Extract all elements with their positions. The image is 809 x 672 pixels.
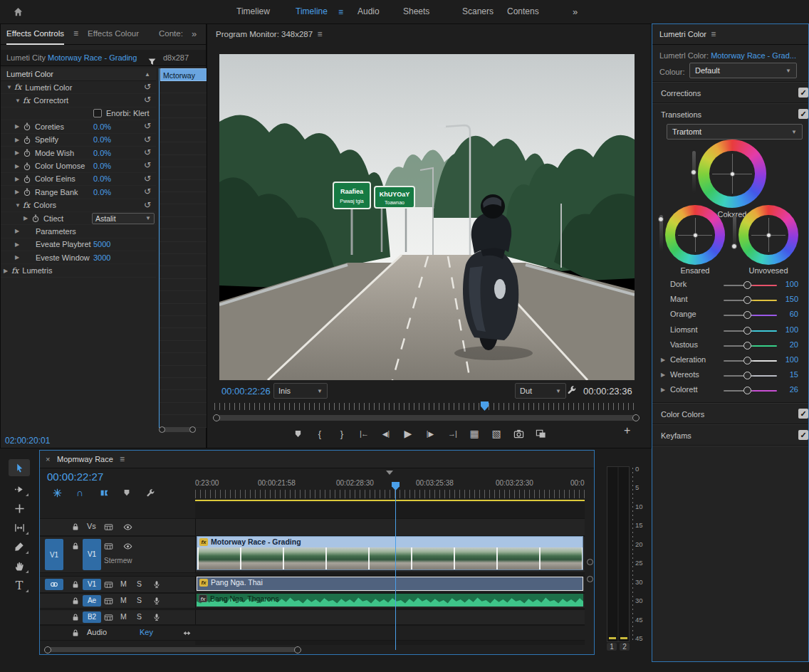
twirl-closed-icon[interactable]: ▶ [15, 189, 23, 195]
color-wheel-highlights[interactable] [738, 205, 798, 265]
lock-icon[interactable] [71, 522, 80, 531]
timeline-ruler[interactable] [195, 490, 585, 498]
work-area-bar[interactable] [195, 500, 585, 501]
effect-row-coreties[interactable]: ▶ Coreties 0.0% ↺ [1, 120, 156, 133]
solo-button[interactable]: S [137, 596, 142, 604]
param-value[interactable]: 0.0% [93, 135, 111, 144]
workspace-tab-scaners[interactable]: Scaners [462, 0, 494, 23]
stopwatch-icon[interactable] [23, 174, 31, 184]
transition-type-dropdown[interactable]: Trartomt▼ [667, 124, 803, 140]
workspace-tab-timeliew[interactable]: Timeliew [236, 0, 270, 23]
timeline-zoom-scrollbar[interactable] [46, 647, 300, 652]
tab-conte[interactable]: Conte: [159, 24, 183, 43]
eye-icon[interactable] [123, 522, 132, 532]
video-clip[interactable]: fxMotorway Race - Grading [197, 536, 583, 570]
monitor-zoom-scrollbar[interactable] [214, 415, 638, 421]
workspace-tab-audio[interactable]: Audio [357, 0, 380, 23]
color-wheel-shadows[interactable] [665, 205, 725, 265]
workspace-overflow-chevrons[interactable]: » [573, 0, 578, 23]
astalit-dropdown[interactable]: Astalit▼ [92, 213, 155, 224]
mute-button[interactable]: M [120, 596, 127, 604]
effect-row-colors[interactable]: ▼fx Colors ↺ [1, 199, 156, 212]
workspace-tab-sheets[interactable]: Sheets [403, 0, 429, 23]
mute-button[interactable]: M [120, 612, 127, 621]
solo-button[interactable]: S [137, 612, 142, 621]
lock-icon[interactable] [71, 612, 80, 621]
stopwatch-icon[interactable] [23, 122, 31, 131]
track-name-a2[interactable]: Ae [83, 595, 101, 607]
slider-value[interactable]: 26 [790, 385, 798, 394]
add-marker-icon[interactable] [120, 486, 134, 499]
effect-row-range-bank[interactable]: ▶ Range Bank 0.0% ↺ [1, 186, 156, 199]
tab-effects-controls[interactable]: Effects Controls [6, 24, 64, 45]
param-value[interactable]: 5000 [93, 240, 110, 248]
stopwatch-icon[interactable] [23, 148, 31, 157]
effects-zoom-scrollbar[interactable] [161, 427, 194, 432]
button-editor-plus-icon[interactable]: + [624, 424, 630, 437]
reset-icon[interactable]: ↺ [144, 95, 151, 105]
slider-knob[interactable] [743, 372, 751, 379]
stopwatch-icon[interactable] [31, 214, 40, 223]
param-value[interactable]: 0.0% [93, 122, 111, 131]
slider-wereots[interactable]: ▶ Wereots 15 [652, 368, 808, 383]
close-icon[interactable]: × [46, 451, 50, 468]
comparison-view-icon[interactable] [534, 426, 547, 441]
color-colors-section[interactable]: Color Colors ✓ [661, 406, 809, 422]
pen-tool[interactable] [9, 538, 30, 555]
effects-timecode[interactable]: 02:00:20:01 [5, 436, 50, 446]
corrections-section[interactable]: Corrections ✓ [661, 85, 809, 101]
reset-icon[interactable]: ↺ [144, 121, 151, 131]
collapse-arrow-icon[interactable]: ▲ [145, 68, 150, 80]
slider-orange[interactable]: Orange 60 [652, 308, 808, 322]
slip-tool[interactable] [9, 519, 30, 536]
slider-value[interactable]: 20 [790, 340, 798, 349]
workspace-tab-menu-icon[interactable]: ≡ [338, 7, 343, 17]
selected-clip-name[interactable]: Motorway Race - Grading [48, 50, 137, 65]
scroll-handle-icon[interactable] [632, 414, 640, 421]
home-icon[interactable] [13, 6, 24, 17]
twirl-closed-icon[interactable]: ▶ [661, 372, 665, 378]
slider-dork[interactable]: Dork 100 [652, 278, 808, 293]
audio-clip-waveform[interactable]: fxBang Nga. Thgarons [197, 594, 583, 607]
effect-row-spelify[interactable]: ▶ Spelify 0.0% ↺ [1, 134, 156, 147]
mic-icon[interactable] [152, 612, 161, 621]
eye-icon[interactable] [123, 541, 132, 551]
slider-knob[interactable] [743, 296, 751, 304]
effect-row-mode-wish[interactable]: ▶ Mode Wish 0.0% ↺ [1, 147, 156, 159]
mic-icon[interactable] [152, 579, 161, 589]
lane-handle-icon[interactable] [587, 576, 593, 582]
play-button[interactable] [402, 426, 414, 441]
workspace-tab-contens[interactable]: Contens [507, 0, 539, 23]
slider-colorett[interactable]: ▶ Colorett 26 [652, 383, 808, 398]
go-to-in-button[interactable] [357, 426, 370, 441]
track-select-forward-tool[interactable] [9, 481, 30, 498]
mark-in-button[interactable] [313, 426, 326, 441]
timeline-timecode[interactable]: 00:00:22:27 [47, 471, 103, 483]
lock-icon[interactable] [71, 541, 80, 550]
stopwatch-icon[interactable] [23, 161, 31, 170]
go-to-out-button[interactable] [446, 426, 459, 441]
colour-preset-dropdown[interactable]: Default▼ [689, 63, 797, 78]
twirl-closed-icon[interactable]: ▶ [4, 268, 11, 274]
panel-menu-icon[interactable]: ≡ [318, 29, 323, 39]
stopwatch-icon[interactable] [23, 187, 31, 196]
slider-mant[interactable]: Mant 150 [652, 293, 808, 308]
scroll-handle-icon[interactable] [44, 646, 51, 653]
reset-icon[interactable]: ↺ [144, 82, 151, 92]
param-value[interactable]: 0.0% [93, 162, 111, 170]
step-forward-button[interactable] [424, 426, 437, 441]
twirl-closed-icon[interactable]: ▶ [15, 241, 23, 248]
slider-knob[interactable] [743, 387, 751, 394]
keyframes-checkbox[interactable]: ✓ [798, 430, 808, 440]
track-name-a1[interactable]: V1 [83, 579, 101, 590]
corrections-checkbox[interactable]: ✓ [798, 88, 808, 98]
wheel-crosshair-handle[interactable] [766, 233, 771, 238]
param-value[interactable]: 0.0% [93, 174, 111, 183]
twirl-open-icon[interactable]: ▼ [15, 98, 23, 104]
track-targeting-icon[interactable] [104, 522, 113, 532]
audio-clip-selected[interactable]: fxPang Nga. Thai [197, 577, 583, 591]
track-name[interactable]: Vs [87, 522, 96, 530]
effect-row-color-uomose[interactable]: ▶ Color Uomose 0.0% ↺ [1, 159, 156, 172]
scroll-handle-icon[interactable] [294, 646, 301, 653]
scroll-handle-icon[interactable] [159, 426, 165, 433]
